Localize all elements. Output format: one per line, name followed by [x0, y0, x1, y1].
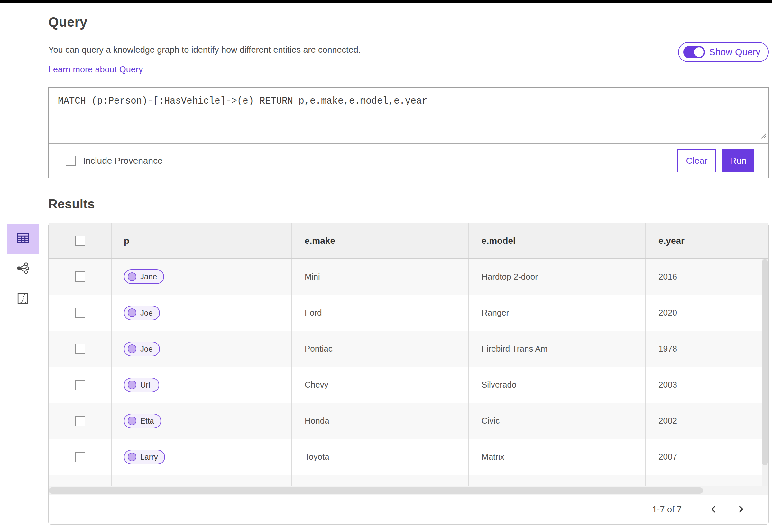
column-label: e.model [482, 236, 516, 246]
person-node-icon [128, 344, 136, 353]
map-view-button[interactable] [7, 284, 39, 314]
run-button[interactable]: Run [722, 149, 754, 172]
vertical-scrollbar[interactable] [762, 259, 768, 486]
make-cell [291, 475, 468, 486]
year-value: 2007 [658, 452, 677, 462]
show-query-toggle[interactable]: Show Query [678, 42, 769, 62]
person-chip[interactable]: Joe [124, 342, 160, 356]
row-checkbox-cell [49, 439, 111, 475]
table-row: Larry Toyota Matrix 2007 [49, 439, 768, 475]
person-cell: Uri [111, 367, 291, 403]
model-value: Civic [482, 416, 500, 426]
model-value: Hardtop 2-door [482, 272, 538, 282]
header-checkbox-cell [49, 223, 111, 258]
chevron-left-icon [710, 505, 718, 514]
model-cell: Ranger [468, 295, 645, 331]
make-value: Toyota [305, 452, 329, 462]
make-cell: Honda [291, 403, 468, 439]
person-node-icon [128, 381, 136, 389]
table-row: Uri Chevy Silverado 2003 [49, 367, 768, 403]
person-node-icon [128, 308, 136, 317]
previous-page-button[interactable] [705, 501, 723, 519]
column-label: e.year [658, 236, 685, 246]
row-checkbox[interactable] [75, 452, 85, 462]
vertical-scrollbar-thumb[interactable] [762, 259, 768, 465]
table-body: Jane Mini Hardtop 2-door 2016 Joe Ford R… [49, 259, 768, 486]
person-chip[interactable]: Etta [124, 414, 161, 428]
row-checkbox-cell [49, 259, 111, 295]
query-panel: MATCH (p:Person)-[:HasVehicle]->(e) RETU… [48, 87, 769, 178]
header-cell-year[interactable]: e.year [645, 223, 768, 258]
person-cell: Etta [111, 403, 291, 439]
table-row: Etta Honda Civic 2002 [49, 403, 768, 439]
year-value: 2020 [658, 308, 677, 318]
row-checkbox-cell [49, 475, 111, 486]
row-checkbox-cell [49, 331, 111, 367]
row-checkbox[interactable] [75, 416, 85, 426]
column-label: p [124, 236, 129, 246]
toggle-knob [694, 47, 704, 57]
model-value: Matrix [482, 452, 504, 462]
row-checkbox[interactable] [75, 380, 85, 390]
pagination-range: 1-7 of 7 [652, 505, 682, 515]
year-cell: 1978 [645, 331, 768, 367]
make-value: Chevy [305, 380, 328, 390]
make-value: Pontiac [305, 344, 333, 354]
person-name: Jane [140, 272, 157, 281]
table-icon [15, 231, 30, 247]
query-input[interactable]: MATCH (p:Person)-[:HasVehicle]->(e) RETU… [49, 88, 768, 143]
make-value: Ford [305, 308, 322, 318]
year-cell [645, 475, 768, 486]
horizontal-scrollbar[interactable] [49, 486, 768, 495]
person-name: Larry [140, 453, 158, 462]
model-cell: Firebird Trans Am [468, 331, 645, 367]
year-cell: 2003 [645, 367, 768, 403]
query-page: Query You can query a knowledge graph to… [0, 14, 772, 525]
header-cell-model[interactable]: e.model [468, 223, 645, 258]
link-chart-view-button[interactable] [7, 254, 39, 284]
table-view-button[interactable] [7, 224, 39, 254]
model-value: Silverado [482, 380, 516, 390]
person-chip[interactable]: Jane [124, 269, 164, 284]
query-text: MATCH (p:Person)-[:HasVehicle]->(e) RETU… [58, 96, 427, 106]
table-row: Jane Mini Hardtop 2-door 2016 [49, 259, 768, 295]
learn-more-link[interactable]: Learn more about Query [48, 65, 143, 75]
column-label: e.make [305, 236, 335, 246]
person-name: Etta [140, 417, 154, 426]
header-cell-make[interactable]: e.make [291, 223, 468, 258]
person-cell: Larry [111, 439, 291, 475]
header-row: You can query a knowledge graph to ident… [48, 43, 769, 56]
header-cell-p[interactable]: p [111, 223, 291, 258]
results-table: p e.make e.model e.year Jane Mini Hardto… [48, 223, 769, 525]
person-cell [111, 475, 291, 486]
page-title: Query [48, 14, 769, 30]
person-chip[interactable]: Larry [124, 450, 165, 464]
model-value: Ranger [482, 308, 509, 318]
person-chip[interactable]: Joe [124, 306, 160, 320]
year-value: 2002 [658, 416, 677, 426]
make-cell: Toyota [291, 439, 468, 475]
year-cell: 2007 [645, 439, 768, 475]
include-provenance-label: Include Provenance [83, 156, 163, 166]
model-cell: Civic [468, 403, 645, 439]
include-provenance-checkbox[interactable] [66, 156, 76, 166]
results-title: Results [48, 197, 769, 211]
clear-button[interactable]: Clear [677, 149, 716, 172]
table-row: Joe Ford Ranger 2020 [49, 295, 768, 331]
page-description: You can query a knowledge graph to ident… [48, 43, 769, 56]
row-checkbox[interactable] [75, 308, 85, 318]
row-checkbox-cell [49, 367, 111, 403]
select-all-checkbox[interactable] [75, 236, 85, 246]
resize-handle-icon[interactable] [761, 131, 767, 142]
person-chip[interactable]: Uri [124, 378, 159, 392]
table-row: Joe Pontiac Firebird Trans Am 1978 [49, 331, 768, 367]
year-value: 2003 [658, 380, 677, 390]
row-checkbox[interactable] [75, 344, 85, 354]
next-page-button[interactable] [732, 501, 750, 519]
row-checkbox[interactable] [75, 271, 85, 282]
query-panel-footer: Include Provenance Clear Run [49, 143, 768, 178]
person-cell: Jane [111, 259, 291, 295]
make-value: Honda [305, 416, 329, 426]
person-name: Joe [140, 308, 153, 317]
horizontal-scrollbar-thumb[interactable] [49, 487, 703, 494]
